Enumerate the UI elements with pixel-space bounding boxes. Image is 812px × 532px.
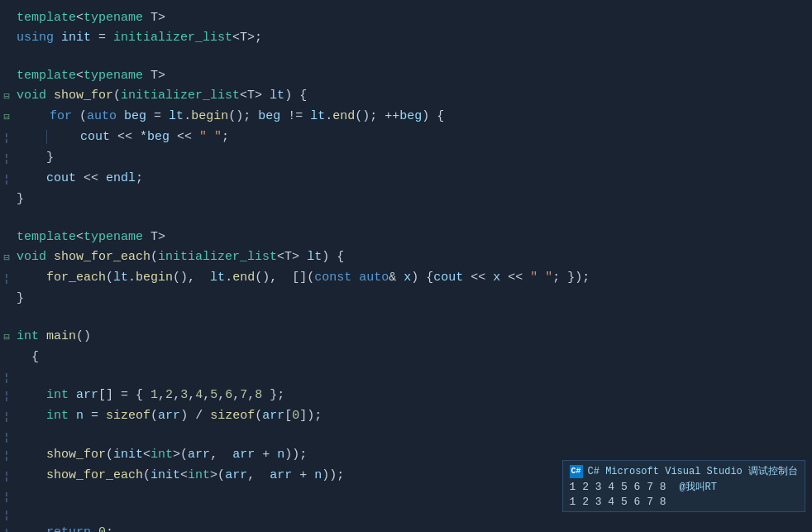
code-line-10: } <box>0 189 812 209</box>
line-content-14: for_each(lt.begin(), lt.end(), [](const … <box>13 269 812 287</box>
line-content-2: using init = initializer_list<T>; <box>13 29 812 47</box>
line-content-18: { <box>13 348 812 367</box>
line-content-9: cout << endl; <box>13 170 812 188</box>
line-content-4: template<typename T> <box>13 67 812 85</box>
line-content-21: int n = sizeof(arr) / sizeof(arr[0]); <box>13 407 812 425</box>
line-content-20: int arr[] = { 1,2,3,4,5,6,7,8 }; <box>13 386 812 405</box>
fold-gutter-26: ¦ <box>0 506 13 525</box>
code-line-13: ⊟ void show_for_each(initializer_list<T>… <box>0 247 812 268</box>
fold-gutter-5[interactable]: ⊟ <box>0 87 13 106</box>
code-line-17: ⊟ int main() <box>0 327 812 347</box>
author-label: @我叫RT <box>679 482 717 493</box>
line-content-27: return 0; <box>13 524 812 532</box>
fold-gutter-23: ¦ <box>0 446 13 465</box>
code-line-7: ¦ cout << *beg << " "; <box>0 127 812 148</box>
fold-gutter-27: ¦ <box>0 524 13 532</box>
line-content-6: for (auto beg = lt.begin(); beg != lt.en… <box>13 108 812 126</box>
fold-gutter-17[interactable]: ⊟ <box>0 328 13 347</box>
fold-gutter-12 <box>0 228 13 229</box>
fold-gutter-11 <box>0 210 13 211</box>
code-line-22: ¦ <box>0 427 812 445</box>
line-content-8: } <box>13 149 812 167</box>
code-line-8: ¦ } <box>0 148 812 169</box>
fold-gutter-24: ¦ <box>0 467 13 486</box>
code-line-27: ¦ return 0; <box>0 523 812 532</box>
fold-gutter-9: ¦ <box>0 170 13 189</box>
fold-gutter-19: ¦ <box>0 368 13 387</box>
fold-gutter-20: ¦ <box>0 386 13 405</box>
code-line-12: template<typename T> <box>0 228 812 247</box>
fold-gutter-14: ¦ <box>0 269 13 288</box>
vs-output-line2: 1 2 3 4 5 6 7 8 <box>570 496 798 508</box>
fold-gutter-21: ¦ <box>0 407 13 426</box>
code-line-16 <box>0 309 812 327</box>
line-content-10: } <box>13 190 812 208</box>
fold-gutter-6[interactable]: ⊟ <box>0 108 13 127</box>
code-line-4: template<typename T> <box>0 66 812 86</box>
line-content-17: int main() <box>13 328 812 346</box>
code-line-6: ⊟ for (auto beg = lt.begin(); beg != lt.… <box>0 107 812 127</box>
code-line-3 <box>0 48 812 66</box>
line-content-12: template<typename T> <box>13 228 812 247</box>
line-content-13: void show_for_each(initializer_list<T> l… <box>13 248 812 266</box>
code-line-1: template<typename T> <box>0 8 812 28</box>
line-content-1: template<typename T> <box>13 9 812 27</box>
line-content-5: void show_for(initializer_list<T> lt) { <box>13 87 812 105</box>
fold-gutter-2 <box>0 29 13 30</box>
code-line-11 <box>0 209 812 228</box>
line-content-7: cout << *beg << " "; <box>13 128 812 146</box>
code-line-18: { <box>0 347 812 367</box>
vs-output-line1: 1 2 3 4 5 6 7 8 @我叫RT <box>570 480 798 494</box>
fold-gutter-3 <box>0 49 13 50</box>
code-line-5: ⊟ void show_for(initializer_list<T> lt) … <box>0 86 812 107</box>
fold-gutter-13[interactable]: ⊟ <box>0 248 13 267</box>
code-line-21: ¦ int n = sizeof(arr) / sizeof(arr[0]); <box>0 406 812 427</box>
fold-gutter-18 <box>0 348 13 349</box>
fold-gutter-25: ¦ <box>0 487 13 506</box>
code-editor: template<typename T> using init = initia… <box>0 0 812 532</box>
fold-gutter-7: ¦ <box>0 128 13 147</box>
code-line-15: } <box>0 289 812 309</box>
vs-title: C# C# Microsoft Visual Studio 调试控制台 <box>570 464 798 478</box>
fold-gutter-10 <box>0 190 13 191</box>
vs-title-text: C# Microsoft Visual Studio 调试控制台 <box>588 464 798 478</box>
fold-gutter-1 <box>0 9 13 10</box>
fold-gutter-8: ¦ <box>0 149 13 168</box>
fold-gutter-15 <box>0 290 13 290</box>
line-content-15: } <box>13 290 812 308</box>
code-line-9: ¦ cout << endl; <box>0 169 812 189</box>
fold-gutter-16 <box>0 309 13 310</box>
code-line-19: ¦ <box>0 367 812 386</box>
code-line-14: ¦ for_each(lt.begin(), lt.end(), [](cons… <box>0 268 812 289</box>
vs-icon: C# <box>570 465 583 478</box>
vs-debug-console-overlay: C# C# Microsoft Visual Studio 调试控制台 1 2 … <box>562 460 805 512</box>
code-line-2: using init = initializer_list<T>; <box>0 28 812 48</box>
fold-gutter-22: ¦ <box>0 428 13 447</box>
fold-gutter-4 <box>0 67 13 68</box>
code-line-20: ¦ int arr[] = { 1,2,3,4,5,6,7,8 }; <box>0 386 812 406</box>
